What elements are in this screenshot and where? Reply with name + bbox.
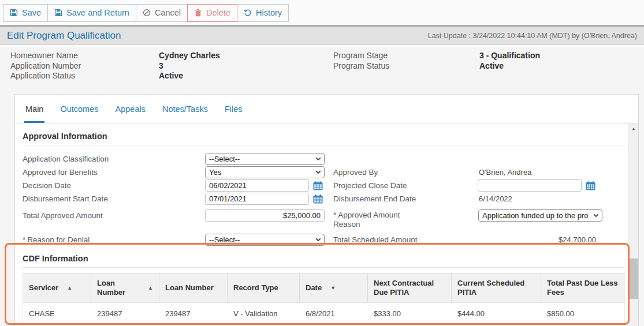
calendar-icon[interactable] (313, 181, 323, 190)
history-button[interactable]: History (237, 4, 289, 22)
decision-date-label: Decision Date (23, 179, 205, 192)
reason-for-denial-label: *Reason for Denial (23, 234, 205, 246)
cell-next-contractual-due-pitia: $333.00 (368, 303, 452, 324)
disbursement-start-date-label: Disbursement Start Date (23, 193, 205, 205)
form-row: Application Classification --Select-- (23, 153, 625, 165)
program-stage-label: Program Stage (333, 51, 479, 61)
approved-amount-reason-select[interactable]: Application funded up to the pro (478, 209, 602, 222)
column-header-total-past-due-less-fees[interactable]: Total Past Due Less Fees (541, 273, 624, 302)
column-header-next-contractual-due-pitia[interactable]: Next Contractual Due PITIA (368, 273, 452, 302)
cdf-information-section: CDF Information Servicer ▲ Loan Number ▲… (23, 250, 625, 326)
table-header-row: Servicer ▲ Loan Number ▲ Loan Number Rec… (23, 273, 624, 303)
projected-close-date-input[interactable] (478, 179, 582, 192)
reason-for-denial-select[interactable]: --Select-- (205, 234, 325, 246)
form-row: Total Approved Amount *Approved Amount R… (23, 209, 625, 229)
cell-total-past-due-less-fees: $850.00 (541, 303, 624, 324)
required-marker: * (23, 235, 25, 244)
column-header-loan-number-2[interactable]: Loan Number (159, 273, 228, 302)
sort-desc-icon: ▼ (330, 283, 336, 293)
projected-close-date-label: Projected Close Date (333, 179, 478, 192)
cell-loan-number-1: 239487 (91, 303, 159, 324)
approved-for-benefits-select[interactable]: Yes (205, 166, 325, 178)
cancel-button-label: Cancel (155, 8, 181, 17)
application-status-label: Application Status (10, 71, 159, 81)
page-title: Edit Program Qualification (7, 30, 121, 42)
last-update-text: Last Update : 3/24/2022 10:44:10 AM (MDT… (428, 32, 637, 40)
column-header-loan-number-1[interactable]: Loan Number ▲ (91, 273, 159, 302)
cdf-information-title: CDF Information (23, 250, 625, 268)
save-icon (10, 9, 18, 17)
approval-information-title: Approval Information (23, 128, 625, 145)
cell-record-type: V - Validation (228, 303, 300, 324)
disbursement-start-date-input[interactable] (205, 193, 309, 205)
approved-amount-reason-label: *Approved Amount Reason (333, 209, 426, 229)
total-scheduled-amount-value: $24,700.00 (478, 234, 625, 246)
application-number-value: 3 (159, 61, 333, 72)
program-status-value: Active (479, 61, 644, 72)
cell-date: 6/8/2021 (300, 303, 368, 324)
approval-information-section: Approval Information Application Classif… (23, 128, 625, 246)
table-row[interactable]: CHASE 239487 239487 V - Validation 6/8/2… (23, 303, 624, 325)
cell-loan-number-2: 239487 (159, 303, 228, 324)
history-button-label: History (256, 8, 282, 17)
approval-form: Application Classification --Select-- Ap… (23, 153, 625, 246)
chevron-down-icon (315, 170, 321, 174)
save-and-return-button[interactable]: Save and Return (47, 4, 136, 22)
calendar-icon[interactable] (313, 194, 323, 204)
detail-card: Main Outcomes Appeals Notes/Tasks Files … (14, 94, 639, 326)
application-classification-label: Application Classification (23, 153, 205, 165)
total-approved-amount-input[interactable] (205, 209, 325, 222)
tab-content: Approval Information Application Classif… (15, 128, 628, 326)
vertical-scrollbar[interactable]: ▲ (628, 123, 638, 326)
application-status-value: Active (159, 71, 333, 81)
chevron-down-icon (315, 157, 321, 161)
form-row: Approved for Benefits Yes Approved By O'… (23, 166, 625, 178)
cdf-table: Servicer ▲ Loan Number ▲ Loan Number Rec… (23, 273, 625, 326)
column-header-current-scheduled-pitia[interactable]: Current Scheduled PITIA (452, 273, 541, 302)
form-row: *Reason for Denial --Select-- Total Sche… (23, 234, 625, 246)
column-header-servicer[interactable]: Servicer ▲ (23, 273, 91, 302)
tab-files[interactable]: Files (224, 102, 244, 123)
tab-bar: Main Outcomes Appeals Notes/Tasks Files (15, 95, 638, 123)
form-row: Decision Date Projected Close Date (23, 179, 625, 192)
trash-icon (194, 9, 202, 17)
application-classification-select[interactable]: --Select-- (205, 153, 325, 165)
total-scheduled-amount-label: Total Scheduled Amount (333, 234, 478, 246)
scroll-up-arrow-icon[interactable]: ▲ (629, 123, 638, 133)
approved-for-benefits-label: Approved for Benefits (23, 166, 205, 178)
delete-button[interactable]: Delete (187, 4, 237, 22)
decision-date-input[interactable] (205, 179, 309, 192)
history-icon (244, 9, 252, 17)
disbursement-end-date-value: 6/14/2022 (478, 193, 625, 205)
title-bar: Edit Program Qualification Last Update :… (0, 25, 644, 45)
tab-appeals[interactable]: Appeals (114, 102, 147, 123)
edit-program-qualification-page: Save Save and Return Cancel Delete Histo… (0, 0, 644, 326)
program-status-label: Program Status (333, 61, 479, 72)
tab-notes-tasks[interactable]: Notes/Tasks (161, 102, 209, 123)
cell-current-scheduled-pitia: $444.00 (452, 303, 541, 324)
required-marker: * (333, 211, 336, 219)
save-button[interactable]: Save (3, 4, 48, 22)
toolbar: Save Save and Return Cancel Delete Histo… (0, 0, 644, 25)
scrollbar-thumb[interactable] (630, 258, 638, 299)
cancel-button[interactable]: Cancel (136, 4, 188, 22)
calendar-icon[interactable] (586, 181, 595, 190)
approved-by-label: Approved By (333, 166, 478, 178)
save-button-label: Save (22, 8, 41, 17)
homeowner-name-value: Cydney Charles (159, 51, 333, 61)
approved-by-value: O'Brien, Andrea (478, 166, 625, 178)
application-number-label: Application Number (10, 61, 159, 72)
column-header-record-type[interactable]: Record Type (228, 273, 300, 302)
homeowner-name-label: Homeowner Name (10, 51, 159, 61)
save-icon (54, 9, 62, 17)
delete-button-label: Delete (206, 8, 230, 17)
tab-outcomes[interactable]: Outcomes (59, 102, 99, 123)
total-approved-amount-label: Total Approved Amount (23, 209, 205, 222)
cell-servicer: CHASE (23, 303, 91, 324)
application-summary: Homeowner Name Cydney Charles Program St… (0, 49, 644, 81)
tab-main[interactable]: Main (24, 102, 44, 123)
save-and-return-button-label: Save and Return (66, 8, 129, 17)
column-header-date[interactable]: Date ▼ (300, 273, 368, 302)
disbursement-end-date-label: Disbursement End Date (333, 193, 478, 205)
program-stage-value: 3 - Qualification (479, 51, 644, 61)
